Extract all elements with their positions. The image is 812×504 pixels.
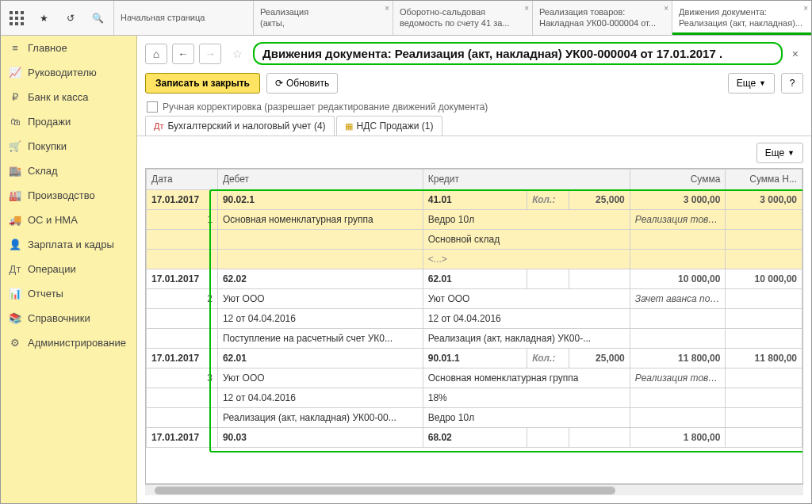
search-icon[interactable]: 🔍 [88, 9, 107, 28]
ruble-icon: ₽ [9, 91, 21, 103]
svg-rect-4 [15, 17, 18, 20]
tab-4[interactable]: Движения документа:Реализация (акт, накл… [672, 1, 811, 35]
manual-edit-checkbox[interactable] [147, 101, 158, 113]
tab-nds[interactable]: ▦НДС Продажи (1) [336, 116, 442, 136]
sidebar-item-label: Продажи [28, 116, 71, 128]
chart-icon: 📈 [9, 67, 21, 78]
truck-icon: 🚚 [9, 214, 21, 226]
sidebar-item-label: Операции [28, 263, 76, 275]
fav-icon[interactable]: ☆ [226, 44, 248, 64]
help-button[interactable]: ? [781, 73, 803, 94]
sidebar-item-buy[interactable]: 🛒Покупки [1, 134, 136, 158]
sidebar-item-wh[interactable]: 🏬Склад [1, 158, 136, 183]
table-row[interactable]: Поступление на расчетный счет УК0...Реал… [147, 329, 802, 349]
dt-icon: Дт [9, 263, 21, 275]
sidebar-item-main[interactable]: ≡Главное [1, 36, 136, 60]
report-icon: 📊 [9, 288, 21, 300]
tab-3[interactable]: Реализация товаров:Накладная УК00-000004… [532, 1, 672, 35]
bag-icon: 🛍 [9, 116, 21, 128]
col-credit[interactable]: Кредит [423, 170, 630, 190]
close-icon[interactable]: × [524, 4, 529, 13]
gear-icon: ⚙ [9, 337, 21, 349]
cart-icon: 🛒 [9, 140, 21, 152]
close-button[interactable]: × [787, 48, 803, 60]
col-sum[interactable]: Сумма [630, 170, 726, 190]
movements-grid[interactable]: Дата Дебет Кредит Сумма Сумма Н... 17.01… [145, 168, 803, 484]
page-title: Движения документа: Реализация (акт, нак… [253, 42, 783, 65]
sidebar-item-prod[interactable]: 🏭Производство [1, 183, 136, 208]
table-row[interactable]: 12 от 04.04.201612 от 04.04.2016 [147, 309, 802, 329]
sidebar-item-spr[interactable]: 📚Справочники [1, 306, 136, 330]
sidebar-item-label: Производство [28, 189, 95, 201]
svg-rect-3 [10, 17, 13, 20]
sidebar-item-label: Главное [28, 42, 67, 54]
tab-home[interactable]: Начальная страница [113, 1, 253, 35]
grid-more-button[interactable]: Еще▼ [756, 143, 803, 163]
history-icon[interactable]: ↺ [61, 9, 80, 28]
svg-rect-6 [10, 22, 13, 25]
svg-rect-8 [21, 22, 24, 25]
sidebar-item-sales[interactable]: 🛍Продажи [1, 109, 136, 134]
sidebar-item-label: ОС и НМА [28, 214, 78, 226]
sidebar-item-zp[interactable]: 👤Зарплата и кадры [1, 232, 136, 257]
forward-button[interactable]: → [199, 44, 221, 64]
table-row[interactable]: 3Уют ООООсновная номенклатурная группаРе… [147, 368, 802, 388]
chevron-down-icon: ▼ [787, 149, 795, 157]
sidebar-item-op[interactable]: ДтОперации [1, 257, 136, 281]
sidebar-item-admin[interactable]: ⚙Администрирование [1, 330, 136, 355]
close-icon[interactable]: × [664, 4, 668, 13]
svg-rect-1 [15, 11, 18, 14]
topbar: ★ ↺ 🔍 Начальная страница Реализация(акты… [1, 1, 811, 36]
dt-kt-icon: Дт [154, 121, 164, 131]
refresh-icon: ⟳ [275, 78, 283, 89]
person-icon: 👤 [9, 239, 21, 250]
table-row[interactable]: 17.01.201762.0262.0110 000,0010 000,00 [147, 269, 802, 289]
back-button[interactable]: ← [172, 44, 194, 64]
tab-2[interactable]: Оборотно-сальдоваяведомость по счету 41 … [393, 1, 532, 35]
close-icon[interactable]: × [385, 4, 389, 13]
tab-1[interactable]: Реализация(акты,× [253, 1, 393, 35]
star-icon[interactable]: ★ [34, 9, 53, 28]
sidebar: ≡Главное 📈Руководителю ₽Банк и касса 🛍Пр… [1, 36, 137, 503]
table-row[interactable]: <...> [147, 250, 802, 269]
svg-rect-5 [21, 17, 24, 20]
sidebar-item-label: Справочники [28, 312, 90, 324]
warehouse-icon: 🏬 [9, 165, 21, 177]
chevron-down-icon: ▼ [759, 79, 766, 87]
close-icon[interactable]: × [803, 4, 808, 13]
doc-tabs: ДтБухгалтерский и налоговый учет (4) ▦НД… [137, 116, 811, 136]
menu-icon: ≡ [9, 42, 21, 54]
table-row[interactable]: Реализация (акт, накладная) УК00-00...Ве… [147, 408, 802, 428]
table-row[interactable]: 17.01.201790.0368.021 800,00 [147, 428, 802, 448]
svg-rect-7 [15, 22, 18, 25]
col-date[interactable]: Дата [147, 170, 218, 190]
sidebar-item-label: Склад [28, 165, 58, 177]
home-button[interactable]: ⌂ [145, 44, 167, 64]
book-icon: 📚 [9, 312, 21, 324]
more-button[interactable]: Еще▼ [728, 73, 775, 94]
h-scrollbar[interactable] [145, 484, 803, 495]
save-close-button[interactable]: Записать и закрыть [145, 73, 260, 94]
sidebar-item-label: Покупки [28, 140, 67, 152]
table-row[interactable]: 12 от 04.04.201618% [147, 388, 802, 408]
sidebar-item-label: Руководителю [28, 67, 97, 78]
sidebar-item-label: Администрирование [28, 337, 126, 349]
table-row[interactable]: 1Основная номенклатурная группаВедро 10л… [147, 210, 802, 230]
table-row[interactable]: 17.01.201762.0190.01.1Кол.:25,00011 800,… [147, 349, 802, 368]
col-sumn[interactable]: Сумма Н... [726, 170, 802, 190]
sidebar-item-bank[interactable]: ₽Банк и касса [1, 85, 136, 109]
manual-edit-label: Ручная корректировка (разрешает редактир… [163, 101, 488, 113]
sidebar-item-label: Отчеты [28, 288, 63, 300]
col-debit[interactable]: Дебет [217, 170, 423, 190]
sidebar-item-os[interactable]: 🚚ОС и НМА [1, 208, 136, 232]
factory-icon: 🏭 [9, 189, 21, 201]
tab-buh[interactable]: ДтБухгалтерский и налоговый учет (4) [145, 116, 335, 136]
table-row[interactable]: 2Уют ОООУют ОООЗачет аванса покупателя [147, 289, 802, 309]
apps-icon[interactable] [7, 9, 26, 28]
table-row[interactable]: 17.01.201790.02.141.01Кол.:25,0003 000,0… [147, 190, 802, 210]
table-row[interactable]: Основной склад [147, 230, 802, 250]
svg-rect-2 [21, 11, 24, 14]
sidebar-item-rep[interactable]: 📊Отчеты [1, 281, 136, 306]
refresh-button[interactable]: ⟳Обновить [266, 73, 338, 94]
sidebar-item-ruk[interactable]: 📈Руководителю [1, 60, 136, 85]
